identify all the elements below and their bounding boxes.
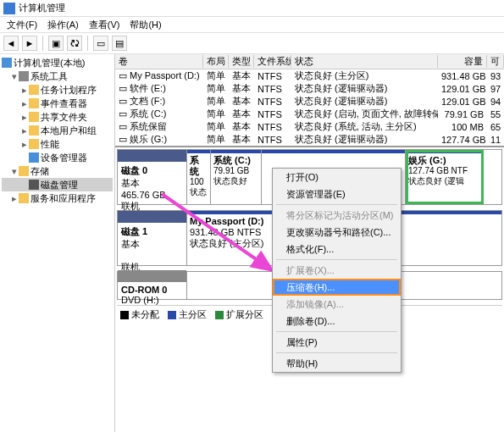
volume-list-header: 卷 布局 类型 文件系统 状态 容量 可 — [115, 54, 504, 69]
col-lay[interactable]: 布局 — [203, 55, 229, 68]
col-pct[interactable]: 可 — [487, 55, 504, 68]
volume-row[interactable]: ▭ 系统保留简单基本NTFS状态良好 (系统, 活动, 主分区)100 MB65 — [115, 120, 504, 133]
menu-view[interactable]: 查看(V) — [84, 19, 125, 31]
ctx-sep — [276, 204, 397, 205]
ctx-active: 将分区标记为活动分区(M) — [273, 207, 401, 224]
partition[interactable]: 系统 (C:)79.91 GB状态良好 — [211, 150, 262, 204]
main-split: 计算机管理(本地) ▾系统工具 ▸任务计划程序 ▸事件查看器 ▸共享文件夹 ▸本… — [0, 54, 504, 432]
tree-users[interactable]: ▸本地用户和组 — [2, 124, 113, 137]
tb-back-icon[interactable]: ◄ — [3, 36, 19, 51]
col-typ[interactable]: 类型 — [229, 55, 254, 68]
ctx-open[interactable]: 打开(O) — [273, 169, 401, 186]
ctx-sep — [276, 259, 397, 260]
tree-services[interactable]: ▸服务和应用程序 — [2, 191, 113, 205]
tree-event[interactable]: ▸事件查看器 — [2, 97, 113, 110]
menu-file[interactable]: 文件(F) — [2, 19, 42, 31]
tree-systools[interactable]: ▾系统工具 — [2, 69, 113, 83]
partition[interactable]: 娱乐 (G:)127.74 GB NTF状态良好 (逻辑 — [406, 150, 484, 204]
titlebar: 计算机管理 — [0, 0, 504, 17]
toolbar: ◄ ► ▣ 🗘 ▭ ▤ — [0, 32, 504, 54]
volume-list-body[interactable]: ▭ My Passport (D:)简单基本NTFS状态良好 (主分区)931.… — [115, 69, 504, 146]
tb-fwd-icon[interactable]: ► — [22, 36, 37, 51]
disk-0-head: 磁盘 0 基本 465.76 GB 联机 — [118, 150, 187, 204]
legend-item: 未分配 — [120, 308, 159, 321]
legend-item: 扩展分区 — [215, 308, 263, 321]
volume-row[interactable]: ▭ 娱乐 (G:)简单基本NTFS状态良好 (逻辑驱动器)127.74 GB11 — [115, 133, 504, 146]
legend-item: 主分区 — [168, 308, 207, 321]
disk-1-head: 磁盘 1 基本 联机 — [118, 211, 187, 265]
ctx-explorer[interactable]: 资源管理器(E) — [273, 186, 401, 202]
ctx-properties[interactable]: 属性(P) — [273, 334, 401, 351]
volume-list: 卷 布局 类型 文件系统 状态 容量 可 ▭ My Passport (D:)简… — [115, 54, 504, 147]
volume-row[interactable]: ▭ 软件 (E:)简单基本NTFS状态良好 (逻辑驱动器)129.01 GB97 — [115, 82, 504, 95]
menu-help[interactable]: 帮助(H) — [125, 19, 166, 31]
tree-diskmgmt[interactable]: 磁盘管理 — [2, 178, 113, 191]
col-vol[interactable]: 卷 — [115, 55, 203, 68]
ctx-delete[interactable]: 删除卷(D)... — [273, 313, 401, 330]
col-fs[interactable]: 文件系统 — [254, 55, 291, 68]
tb-sep — [87, 36, 88, 51]
tree-shared[interactable]: ▸共享文件夹 — [2, 110, 113, 124]
ctx-change-letter[interactable]: 更改驱动器号和路径(C)... — [273, 224, 401, 241]
app-icon — [3, 3, 15, 14]
tb-up-icon[interactable]: ▣ — [48, 36, 64, 51]
tb-view2-icon[interactable]: ▤ — [112, 36, 127, 51]
ctx-format[interactable]: 格式化(F)... — [273, 241, 401, 258]
context-menu: 打开(O) 资源管理器(E) 将分区标记为活动分区(M) 更改驱动器号和路径(C… — [272, 168, 402, 373]
partition[interactable]: 系统100状态 — [187, 150, 211, 204]
volume-row[interactable]: ▭ My Passport (D:)简单基本NTFS状态良好 (主分区)931.… — [115, 69, 504, 82]
ctx-help[interactable]: 帮助(H) — [273, 355, 401, 372]
menubar: 文件(F) 操作(A) 查看(V) 帮助(H) — [0, 17, 504, 32]
nav-tree[interactable]: 计算机管理(本地) ▾系统工具 ▸任务计划程序 ▸事件查看器 ▸共享文件夹 ▸本… — [0, 54, 115, 432]
col-st[interactable]: 状态 — [291, 55, 438, 68]
ctx-shrink[interactable]: 压缩卷(H)... — [273, 279, 401, 296]
tree-devmgr[interactable]: 设备管理器 — [2, 151, 113, 164]
ctx-extend: 扩展卷(X)... — [273, 262, 401, 279]
col-cap[interactable]: 容量 — [438, 55, 487, 68]
menu-action[interactable]: 操作(A) — [42, 19, 84, 31]
tree-task[interactable]: ▸任务计划程序 — [2, 83, 113, 97]
tb-view1-icon[interactable]: ▭ — [93, 36, 108, 51]
volume-row[interactable]: ▭ 文档 (F:)简单基本NTFS状态良好 (逻辑驱动器)129.01 GB94 — [115, 95, 504, 108]
tree-perf[interactable]: ▸性能 — [2, 137, 113, 151]
ctx-sep — [276, 352, 397, 353]
tb-refresh-icon[interactable]: 🗘 — [67, 36, 82, 51]
tree-storage[interactable]: ▾存储 — [2, 164, 113, 178]
tree-root[interactable]: 计算机管理(本地) — [2, 56, 113, 69]
window-title: 计算机管理 — [19, 2, 65, 14]
cdrom-head: CD-ROM 0 DVD (H:) — [118, 272, 187, 299]
ctx-sep — [276, 331, 397, 332]
volume-row[interactable]: ▭ 系统 (C:)简单基本NTFS状态良好 (启动, 页面文件, 故障转储, 主… — [115, 108, 504, 120]
ctx-mirror: 添加镜像(A)... — [273, 296, 401, 313]
tb-sep — [42, 36, 43, 51]
